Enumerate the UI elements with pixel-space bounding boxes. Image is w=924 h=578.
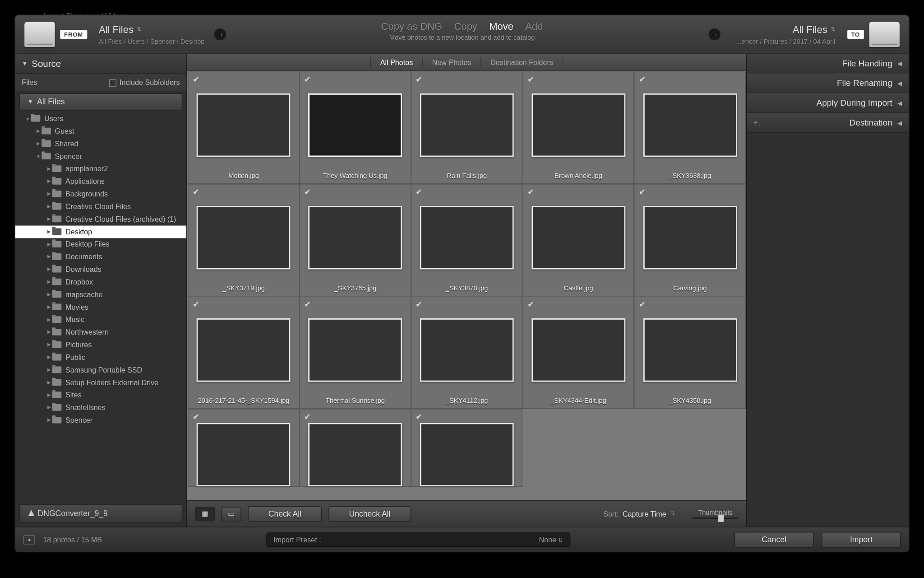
- thumbnail-cell[interactable]: ✔Thermal Sunrise.jpg: [299, 296, 411, 409]
- folder-shared[interactable]: ▶Shared: [15, 137, 186, 150]
- tab-destination-folders[interactable]: Destination Folders: [484, 56, 559, 67]
- source-panel-header[interactable]: ▼Source: [15, 54, 186, 74]
- folder-creative-cloud-files[interactable]: ▶Creative Cloud Files: [15, 200, 186, 213]
- folder-desktop[interactable]: ▶Desktop: [15, 225, 186, 238]
- import-preset-dropdown[interactable]: Import Preset : None ⇅: [266, 532, 570, 547]
- all-files-root[interactable]: ▼All Files: [19, 93, 182, 110]
- panel-file-renaming[interactable]: File Renaming◀: [747, 74, 909, 93]
- thumbnail-checkbox[interactable]: ✔: [192, 412, 199, 422]
- cancel-button[interactable]: Cancel: [735, 531, 814, 547]
- thumbnail-checkbox[interactable]: ✔: [304, 300, 311, 309]
- thumbnail-checkbox[interactable]: ✔: [638, 187, 645, 197]
- uncheck-all-button[interactable]: Uncheck All: [328, 506, 411, 522]
- thumbnail-cell[interactable]: ✔_SKY4112.jpg: [411, 296, 522, 409]
- thumbnail-image: [420, 93, 513, 157]
- thumbnail-checkbox[interactable]: ✔: [416, 300, 422, 309]
- thumbnail-image: [643, 318, 737, 382]
- folder-northwestern[interactable]: ▶Northwestern: [15, 326, 186, 339]
- thumbnail-checkbox[interactable]: ✔: [416, 75, 422, 84]
- folder-music[interactable]: ▶Music: [15, 313, 186, 326]
- thumbnail-cell[interactable]: ✔_SKY4344-Edit.jpg: [522, 296, 634, 409]
- thumbnail-cell[interactable]: ✔Carving.jpg: [634, 184, 745, 296]
- destination-dropdown[interactable]: All Files: [735, 23, 835, 35]
- panel-destination[interactable]: +.Destination◀: [747, 113, 909, 133]
- thumbnail-cell[interactable]: ✔_SKY3638.jpg: [634, 71, 745, 184]
- dng-converter-item[interactable]: ▶DNGConverter_9_9: [19, 504, 182, 522]
- mode-move[interactable]: Move: [489, 20, 513, 32]
- folder-creative-cloud-files-archived-1-[interactable]: ▶Creative Cloud Files (archived) (1): [15, 213, 186, 225]
- folder-pictures[interactable]: ▶Pictures: [15, 338, 186, 351]
- tab-all-photos[interactable]: All Photos: [374, 56, 420, 67]
- folder-users[interactable]: ▼Users: [15, 112, 186, 125]
- thumbnail-size-slider[interactable]: Thumbnails: [692, 508, 739, 519]
- panel-file-handling[interactable]: File Handling◀: [747, 54, 909, 74]
- thumbnail-checkbox[interactable]: ✔: [192, 300, 199, 309]
- import-button[interactable]: Import: [822, 531, 901, 547]
- thumbnail-checkbox[interactable]: ✔: [527, 187, 534, 197]
- folder-samsung-portable-ssd[interactable]: ▶Samsung Portable SSD: [15, 364, 186, 376]
- thumbnail-filename: _SKY3765.jpg: [300, 282, 410, 296]
- folder-movies[interactable]: ▶Movies: [15, 301, 186, 313]
- thumbnail-checkbox[interactable]: ✔: [304, 412, 311, 422]
- thumbnail-filename: _SKY3719.jpg: [189, 282, 299, 296]
- include-subfolders-checkbox[interactable]: Include Subfolders: [109, 78, 180, 86]
- folder-guest[interactable]: ▶Guest: [15, 125, 186, 137]
- thumbnail-cell[interactable]: ✔_SKY4350.jpg: [634, 296, 745, 409]
- thumbnail-cell[interactable]: ✔Motion.jpg: [188, 71, 299, 184]
- thumbnail-cell[interactable]: ✔Brown Anole.jpg: [522, 71, 634, 184]
- thumbnail-checkbox[interactable]: ✔: [416, 412, 422, 422]
- folder-backgrounds[interactable]: ▶Backgrounds: [15, 187, 186, 200]
- thumbnail-checkbox[interactable]: ✔: [638, 300, 645, 309]
- folder-downloads[interactable]: ▶Downloads: [15, 263, 186, 275]
- thumbnail-cell[interactable]: ✔: [188, 409, 299, 487]
- thumbnail-checkbox[interactable]: ✔: [527, 300, 534, 309]
- thumbnail-checkbox[interactable]: ✔: [416, 187, 422, 197]
- loupe-view-icon[interactable]: ▭: [222, 506, 241, 521]
- check-all-button[interactable]: Check All: [248, 506, 322, 522]
- folder-applications[interactable]: ▶Applications: [15, 175, 186, 188]
- folder-dropbox[interactable]: ▶Dropbox: [15, 275, 186, 288]
- tab-new-photos[interactable]: New Photos: [425, 56, 478, 67]
- folder-desktop-files[interactable]: ▶Desktop Files: [15, 238, 186, 251]
- thumbnail-cell[interactable]: ✔_SKY3719.jpg: [188, 184, 299, 296]
- thumbnail-cell[interactable]: ✔2016-217-21-45-_SKY1594.jpg: [188, 296, 299, 409]
- view-tabs: All Photos New Photos Destination Folder…: [187, 54, 746, 71]
- thumbnail-cell[interactable]: ✔They Watching Us.jpg: [299, 71, 411, 184]
- arrow-right-icon[interactable]: →: [214, 28, 226, 40]
- thumbnail-image: [420, 423, 513, 486]
- folder-public[interactable]: ▶Public: [15, 351, 186, 364]
- mode-copy[interactable]: Copy: [454, 20, 477, 32]
- thumbnail-checkbox[interactable]: ✔: [192, 75, 199, 84]
- source-block: FROM All Files All Files / Users / Spenc…: [24, 22, 204, 47]
- thumbnail-image: [197, 93, 291, 157]
- thumbnail-checkbox[interactable]: ✔: [304, 75, 311, 84]
- folder-sn-fellsnes[interactable]: ▶Snæfellsnes: [15, 401, 186, 414]
- folder-apmplanner2[interactable]: ▶apmplanner2: [15, 163, 186, 175]
- mode-copy-dng[interactable]: Copy as DNG: [381, 20, 443, 32]
- arrow-right-icon[interactable]: →: [708, 28, 720, 40]
- folder-spencer[interactable]: ▼Spencer: [15, 150, 186, 163]
- sort-dropdown[interactable]: Capture Time: [623, 510, 666, 518]
- thumbnail-checkbox[interactable]: ✔: [638, 75, 645, 84]
- thumbnail-cell[interactable]: ✔: [299, 409, 411, 487]
- folder-mapscache[interactable]: ▶mapscache: [15, 288, 186, 301]
- folder-documents[interactable]: ▶Documents: [15, 251, 186, 263]
- sort-label: Sort:: [603, 510, 619, 518]
- folder-spencer[interactable]: ▶Spencer: [15, 414, 186, 426]
- thumbnail-cell[interactable]: ✔_SKY3765.jpg: [299, 184, 411, 296]
- thumbnail-cell[interactable]: ✔_SKY3870.jpg: [411, 184, 522, 296]
- thumbnail-cell[interactable]: ✔Castle.jpg: [522, 184, 634, 296]
- source-dropdown[interactable]: All Files: [99, 23, 204, 35]
- thumbnail-checkbox[interactable]: ✔: [527, 75, 534, 84]
- thumbnail-filename: Carving.jpg: [635, 282, 745, 296]
- thumbnail-cell[interactable]: ✔Rain Falls.jpg: [411, 71, 522, 184]
- grid-view-icon[interactable]: ▦: [195, 506, 215, 521]
- panel-apply-during-import[interactable]: Apply During Import◀: [747, 93, 909, 113]
- expand-button[interactable]: ▴: [23, 535, 35, 544]
- thumbnail-checkbox[interactable]: ✔: [304, 187, 311, 197]
- mode-add[interactable]: Add: [525, 20, 543, 32]
- thumbnail-cell[interactable]: ✔: [411, 409, 522, 487]
- thumbnail-checkbox[interactable]: ✔: [192, 187, 199, 197]
- folder-sites[interactable]: ▶Sites: [15, 389, 186, 401]
- folder-setup-folders-external-drive[interactable]: ▶Setup Folders External Drive: [15, 376, 186, 389]
